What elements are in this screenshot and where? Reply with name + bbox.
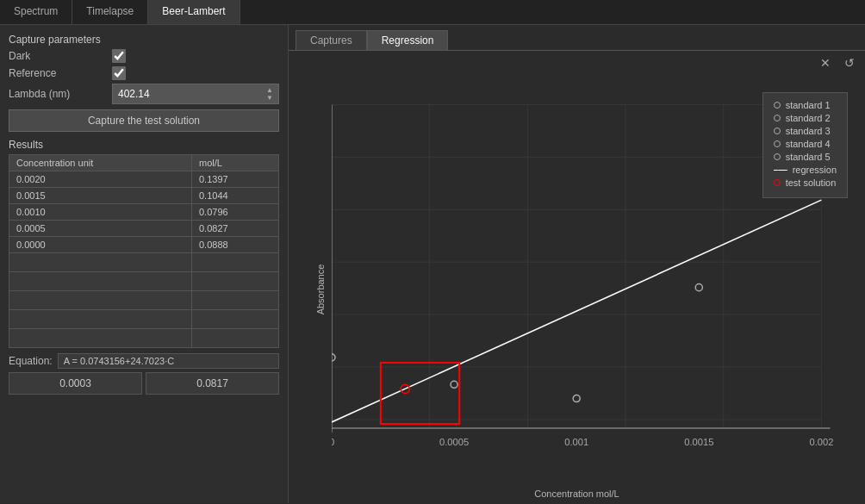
capture-test-solution-button[interactable]: Capture the test solution — [9, 109, 279, 132]
legend-regression: regression — [774, 165, 837, 175]
tab-regression[interactable]: Regression — [367, 30, 449, 50]
legend-label-std5: standard 5 — [786, 152, 831, 162]
lambda-param-row: Lambda (nm) 402.14 ▲ ▼ — [9, 84, 279, 104]
reference-checkbox[interactable] — [112, 66, 126, 80]
legend-dot-std3 — [774, 128, 781, 134]
results-table: Concentration unit mol/L 0.00200.13970.0… — [9, 154, 279, 348]
absorbance-cell — [191, 291, 278, 310]
final-absorbance: 0.0817 — [146, 372, 279, 395]
concentration-cell — [9, 272, 192, 291]
legend-label-std1: standard 1 — [786, 100, 831, 110]
results-table-header: Concentration unit mol/L — [9, 155, 279, 171]
legend-std2: standard 2 — [774, 113, 837, 123]
table-row — [9, 291, 279, 310]
tab-spectrum[interactable]: Spectrum — [0, 0, 72, 24]
equation-value: A = 0.0743156+24.7023·C — [58, 353, 279, 369]
legend-line-regression — [774, 170, 787, 171]
absorbance-cell — [191, 253, 278, 272]
spinner-down-icon[interactable]: ▼ — [266, 94, 273, 102]
reference-label: Reference — [9, 67, 112, 79]
concentration-cell: 0.0010 — [9, 204, 192, 221]
lambda-value: 402.14 — [118, 88, 150, 100]
absorbance-cell: 0.0827 — [191, 221, 278, 237]
absorbance-cell — [191, 329, 278, 348]
final-concentration: 0.0003 — [9, 372, 142, 395]
legend-std3: standard 3 — [774, 126, 837, 136]
main-tab-bar: Spectrum Timelapse Beer-Lambert — [0, 0, 865, 25]
reference-param-row: Reference — [9, 66, 279, 80]
legend-dot-std5 — [774, 153, 781, 160]
svg-text:0.001: 0.001 — [564, 437, 588, 447]
dark-param-row: Dark — [9, 49, 279, 63]
legend-dot-std4 — [774, 140, 781, 147]
left-panel: Capture parameters Dark Reference Lambda… — [0, 25, 289, 503]
absorbance-cell — [191, 272, 278, 291]
concentration-cell: 0.0000 — [9, 237, 192, 253]
equation-label: Equation: — [9, 355, 53, 367]
main-layout: Capture parameters Dark Reference Lambda… — [0, 25, 865, 503]
table-row — [9, 272, 279, 291]
capture-params-title: Capture parameters — [9, 34, 279, 46]
absorbance-cell — [191, 310, 278, 329]
lambda-label: Lambda (nm) — [9, 88, 112, 100]
concentration-cell — [9, 329, 192, 348]
legend-std1: standard 1 — [774, 100, 837, 110]
absorbance-cell: 0.1397 — [191, 171, 278, 188]
legend-std5: standard 5 — [774, 152, 837, 162]
absorbance-cell: 0.0796 — [191, 204, 278, 221]
tab-captures[interactable]: Captures — [296, 30, 367, 50]
legend-dot-std2 — [774, 115, 781, 121]
results-section: Results Concentration unit mol/L 0.00200… — [9, 139, 279, 495]
legend-label-std2: standard 2 — [786, 113, 831, 123]
concentration-cell: 0.0020 — [9, 171, 192, 188]
table-row — [9, 253, 279, 272]
table-row: 0.00150.1044 — [9, 188, 279, 204]
table-row: 0.00200.1397 — [9, 171, 279, 188]
table-row: 0.00050.0827 — [9, 221, 279, 237]
table-row — [9, 310, 279, 329]
absorbance-cell: 0.1044 — [191, 188, 278, 204]
legend-std4: standard 4 — [774, 139, 837, 149]
chart-area: Absorbance standard 1 standard 2 standar… — [289, 75, 865, 503]
table-row — [9, 329, 279, 348]
right-tab-bar: Captures Regression — [289, 25, 865, 51]
dark-label: Dark — [9, 50, 112, 62]
table-row: 0.00100.0796 — [9, 204, 279, 221]
absorbance-cell: 0.0888 — [191, 237, 278, 253]
close-button[interactable]: ✕ — [817, 54, 834, 72]
legend-label-regression: regression — [793, 165, 837, 175]
concentration-cell — [9, 253, 192, 272]
col1-header: Concentration unit — [9, 155, 192, 171]
table-row: 0.00000.0888 — [9, 237, 279, 253]
chart-legend: standard 1 standard 2 standard 3 standar… — [762, 92, 848, 198]
x-axis-label: Concentration mol/L — [534, 488, 619, 499]
tab-beer-lambert[interactable]: Beer-Lambert — [148, 0, 240, 24]
legend-dot-test-solution — [774, 179, 781, 186]
result-final-row: 0.0003 0.0817 — [9, 372, 279, 395]
tab-timelapse[interactable]: Timelapse — [72, 0, 148, 24]
svg-text:0.002: 0.002 — [809, 437, 833, 447]
results-title: Results — [9, 139, 279, 151]
svg-text:0.0015: 0.0015 — [684, 437, 713, 447]
right-panel: Captures Regression ✕ ↺ Absorbance stand… — [289, 25, 865, 503]
right-toolbar: ✕ ↺ — [289, 51, 865, 75]
lambda-input-container[interactable]: 402.14 ▲ ▼ — [112, 84, 279, 104]
legend-label-test-solution: test solution — [786, 177, 837, 188]
svg-text:0.0005: 0.0005 — [439, 437, 469, 447]
refresh-button[interactable]: ↺ — [841, 54, 858, 72]
svg-text:0: 0 — [332, 437, 334, 447]
concentration-cell — [9, 310, 192, 329]
equation-row: Equation: A = 0.0743156+24.7023·C — [9, 353, 279, 369]
concentration-cell — [9, 291, 192, 310]
col2-header: mol/L — [191, 155, 278, 171]
lambda-spinner[interactable]: ▲ ▼ — [266, 86, 273, 102]
concentration-cell: 0.0005 — [9, 221, 192, 237]
capture-params-section: Capture parameters Dark Reference Lambda… — [9, 34, 279, 132]
spinner-up-icon[interactable]: ▲ — [266, 86, 273, 94]
legend-test-solution: test solution — [774, 177, 837, 188]
dark-checkbox[interactable] — [112, 49, 126, 63]
legend-label-std3: standard 3 — [786, 126, 831, 136]
concentration-cell: 0.0015 — [9, 188, 192, 204]
y-axis-label: Absorbance — [315, 264, 326, 314]
legend-label-std4: standard 4 — [786, 139, 831, 149]
